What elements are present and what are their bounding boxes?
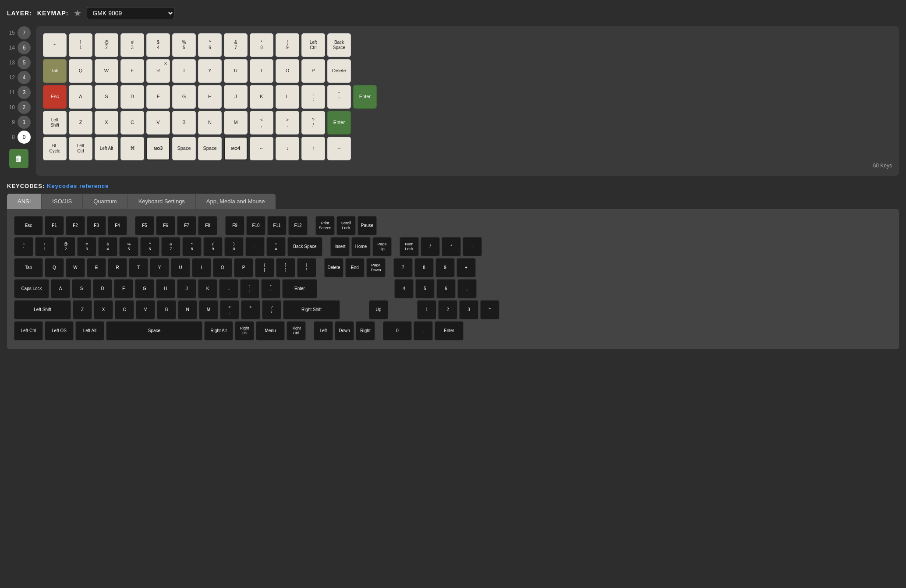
- tab-ansi[interactable]: ANSI: [7, 194, 42, 209]
- akey-q[interactable]: Q: [45, 258, 64, 277]
- key-mo4[interactable]: MO4: [224, 137, 248, 160]
- akey-right-shift[interactable]: Right Shift: [283, 300, 340, 319]
- akey-tab[interactable]: Tab: [14, 258, 43, 277]
- akey-comma[interactable]: <,: [220, 300, 239, 319]
- akey-page-up[interactable]: PageUp: [372, 237, 392, 256]
- akey-pause[interactable]: Pause: [357, 216, 377, 235]
- key-left-ctrl-2[interactable]: LeftCtrl: [69, 137, 92, 160]
- akey-enter[interactable]: Enter: [282, 279, 317, 298]
- layer-circle-3[interactable]: 3: [18, 86, 31, 99]
- key-period[interactable]: >.: [276, 111, 299, 135]
- layer-circle-7[interactable]: 7: [18, 26, 31, 39]
- akey-backspace[interactable]: Back Space: [287, 237, 322, 256]
- layer-circle-6[interactable]: 6: [18, 41, 31, 54]
- key-space-1[interactable]: Space: [172, 137, 196, 160]
- key-y[interactable]: Y: [198, 59, 222, 83]
- key-left-arrow[interactable]: ←: [250, 137, 273, 160]
- akey-num9[interactable]: 9: [435, 258, 455, 277]
- akey-right[interactable]: Right: [356, 321, 375, 340]
- akey-l[interactable]: L: [219, 279, 238, 298]
- akey-8[interactable]: *8: [182, 237, 202, 256]
- akey-f3[interactable]: F3: [87, 216, 106, 235]
- akey-semicolon[interactable]: :;: [240, 279, 259, 298]
- key-semicolon[interactable]: :;: [301, 85, 325, 109]
- favorite-icon[interactable]: ★: [74, 8, 81, 18]
- key-left-ctrl[interactable]: LeftCtrl: [301, 33, 325, 57]
- key-q[interactable]: Q: [69, 59, 92, 83]
- akey-left-alt[interactable]: Left Alt: [75, 321, 104, 340]
- key-8[interactable]: *8: [250, 33, 273, 57]
- layer-circle-0[interactable]: 0: [18, 131, 31, 144]
- tab-iso-jis[interactable]: ISO/JIS: [42, 194, 83, 209]
- key-slash[interactable]: ?/: [301, 111, 325, 135]
- key-w[interactable]: W: [95, 59, 118, 83]
- akey-left-ctrl[interactable]: Left Ctrl: [14, 321, 43, 340]
- key-j[interactable]: J: [224, 85, 248, 109]
- key-l[interactable]: L: [276, 85, 299, 109]
- akey-open-bracket[interactable]: {[: [255, 258, 274, 277]
- layer-circle-4[interactable]: 4: [18, 71, 31, 84]
- key-3[interactable]: #3: [120, 33, 144, 57]
- key-b[interactable]: B: [172, 111, 196, 135]
- key-n[interactable]: N: [198, 111, 222, 135]
- akey-f2[interactable]: F2: [66, 216, 85, 235]
- delete-layer-button[interactable]: 🗑: [9, 149, 28, 168]
- akey-3[interactable]: #3: [77, 237, 96, 256]
- keymap-select[interactable]: GMK 9009: [87, 7, 174, 19]
- akey-insert[interactable]: Insert: [330, 237, 350, 256]
- akey-right-ctrl[interactable]: RightCtrl: [287, 321, 306, 340]
- akey-scroll-lock[interactable]: ScrollLock: [336, 216, 356, 235]
- akey-up[interactable]: Up: [369, 300, 388, 319]
- tab-keyboard-settings[interactable]: Keyboard Settings: [128, 194, 196, 209]
- key-x[interactable]: X: [95, 111, 118, 135]
- key-e[interactable]: E: [120, 59, 144, 83]
- key-2[interactable]: @2: [95, 33, 118, 57]
- akey-numpad-plus[interactable]: +: [457, 258, 476, 277]
- key-1[interactable]: !1: [69, 33, 92, 57]
- akey-left[interactable]: Left: [314, 321, 333, 340]
- akey-f7[interactable]: F7: [177, 216, 196, 235]
- akey-d[interactable]: D: [93, 279, 112, 298]
- akey-f5[interactable]: F5: [135, 216, 154, 235]
- key-tilde[interactable]: ~: [43, 33, 67, 57]
- akey-b[interactable]: B: [157, 300, 176, 319]
- key-s[interactable]: S: [95, 85, 118, 109]
- akey-c[interactable]: C: [115, 300, 134, 319]
- akey-k[interactable]: K: [198, 279, 217, 298]
- akey-2[interactable]: @2: [56, 237, 75, 256]
- akey-close-bracket[interactable]: }]: [276, 258, 295, 277]
- key-enter[interactable]: Enter: [353, 85, 377, 109]
- akey-num5[interactable]: 5: [415, 279, 435, 298]
- key-i[interactable]: I: [250, 59, 273, 83]
- akey-num0[interactable]: 0: [383, 321, 412, 340]
- key-6[interactable]: ^6: [198, 33, 222, 57]
- tab-app-media-mouse[interactable]: App, Media and Mouse: [196, 194, 276, 209]
- akey-u[interactable]: U: [171, 258, 190, 277]
- akey-7[interactable]: &7: [161, 237, 180, 256]
- akey-numpad-slash[interactable]: /: [421, 237, 440, 256]
- key-quote[interactable]: "': [327, 85, 351, 109]
- akey-p[interactable]: P: [234, 258, 253, 277]
- akey-n[interactable]: N: [178, 300, 197, 319]
- akey-h[interactable]: H: [156, 279, 175, 298]
- akey-f4[interactable]: F4: [108, 216, 127, 235]
- akey-num6[interactable]: 6: [436, 279, 456, 298]
- akey-0[interactable]: )0: [224, 237, 244, 256]
- akey-right-alt[interactable]: Right Alt: [204, 321, 233, 340]
- akey-delete[interactable]: Delete: [324, 258, 343, 277]
- key-up-arrow[interactable]: ↑: [301, 137, 325, 160]
- akey-f8[interactable]: F8: [198, 216, 217, 235]
- akey-period[interactable]: >.: [241, 300, 260, 319]
- akey-home[interactable]: Home: [351, 237, 371, 256]
- akey-a[interactable]: A: [51, 279, 70, 298]
- key-k[interactable]: K: [250, 85, 273, 109]
- key-delete[interactable]: Delete: [327, 59, 351, 83]
- akey-f10[interactable]: F10: [246, 216, 265, 235]
- akey-s[interactable]: S: [72, 279, 91, 298]
- akey-numpad-minus[interactable]: -: [463, 237, 482, 256]
- akey-num-lock[interactable]: NumLock: [400, 237, 419, 256]
- akey-num1[interactable]: 1: [417, 300, 436, 319]
- akey-numpad-star[interactable]: *: [442, 237, 461, 256]
- akey-z[interactable]: Z: [73, 300, 92, 319]
- akey-page-down[interactable]: PageDown: [366, 258, 386, 277]
